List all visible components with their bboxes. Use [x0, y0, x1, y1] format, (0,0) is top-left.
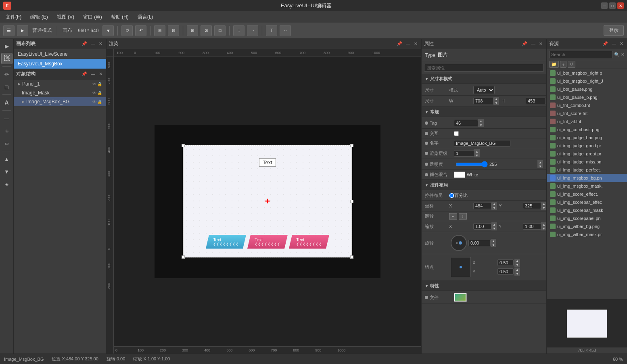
tool-layer-up[interactable]: ▲ [1, 153, 13, 165]
res-item-19[interactable]: ui_img_vitbar_bg.png [547, 222, 627, 230]
prop-coord-y-down[interactable]: ▼ [541, 206, 546, 210]
canvas-btn-blue[interactable]: Text ❮❮❮❮❮❮❮❮ [206, 235, 246, 249]
section-traits-header[interactable]: ▼ 特性 [422, 281, 546, 291]
prop-coord-x-input[interactable] [473, 203, 491, 209]
scene-panel-close[interactable]: ✕ [98, 41, 104, 47]
menu-language[interactable]: 语言(L) [134, 12, 157, 22]
prop-coord-y-up[interactable]: ▲ [541, 202, 546, 206]
res-item-3[interactable]: ui_btn_pause_p.png [547, 93, 627, 101]
props-minimize[interactable]: — [530, 41, 537, 47]
res-folder-btn[interactable]: 📁 [549, 61, 559, 68]
prop-coord-y-input[interactable] [523, 203, 541, 209]
res-item-1[interactable]: ui_btn_msgbox_right_J [547, 77, 627, 85]
eye-icon-0[interactable]: 👁 [92, 82, 96, 86]
close-button[interactable]: ✕ [617, 2, 624, 9]
tool-box[interactable]: ▭ [1, 138, 13, 149]
resources-minimize[interactable]: — [610, 41, 617, 47]
prop-scale-y-input[interactable] [523, 223, 541, 230]
obj-panel-minimize[interactable]: — [90, 71, 96, 77]
res-item-4[interactable]: ui_fnt_combo.fnt [547, 101, 627, 109]
props-close[interactable]: ✕ [538, 41, 544, 47]
res-item-9[interactable]: ui_img_judge_good.pr [547, 142, 627, 150]
anchor-widget[interactable] [451, 257, 471, 277]
scene-panel-minimize[interactable]: — [90, 41, 96, 47]
flip-h-btn[interactable]: ↔ [449, 213, 457, 220]
lock-icon-0[interactable]: 🔒 [97, 82, 102, 86]
props-search-input[interactable] [424, 64, 544, 72]
prop-layer-up[interactable]: ▲ [474, 149, 480, 153]
minimize-button[interactable]: ─ [601, 2, 608, 9]
res-item-12[interactable]: ui_img_judge_perfect. [547, 166, 627, 174]
obj-item-mask[interactable]: Image_Mask 👁 🔒 [14, 88, 106, 97]
res-item-13[interactable]: ui_img_msgbox_bg.pn [547, 174, 627, 182]
res-item-7[interactable]: ui_img_combostr.png [547, 126, 627, 134]
prop-file-swatch[interactable] [454, 293, 467, 302]
blend-color-swatch[interactable] [454, 172, 465, 178]
menu-help[interactable]: 帮助 (H) [107, 12, 133, 22]
prop-mode-select[interactable]: Auto [473, 86, 495, 94]
canvas-size-dropdown-btn[interactable]: ▼ [102, 25, 114, 36]
res-refresh-btn[interactable]: ↺ [568, 61, 575, 68]
scene-panel-pin[interactable]: 📌 [80, 41, 88, 47]
prop-rotate-input[interactable] [468, 240, 491, 246]
res-item-15[interactable]: ui_img_score_effect. [547, 190, 627, 198]
res-add-btn[interactable]: + [560, 61, 566, 68]
undo-btn[interactable]: ↶ [135, 25, 146, 36]
renderer-close[interactable]: ✕ [413, 41, 419, 47]
prop-w-up[interactable]: ▲ [493, 97, 499, 101]
flip-v-btn[interactable]: ↕ [459, 213, 467, 220]
obj-item-msgboxbg[interactable]: ▶ Image_MsgBox_BG 👁 🔒 [14, 97, 106, 106]
resources-close[interactable]: ✕ [619, 41, 625, 47]
prop-scale-x-input[interactable] [473, 223, 491, 230]
res-item-20[interactable]: ui_img_vitbar_mask.pr [547, 230, 627, 238]
menu-window[interactable]: 窗口 (W) [79, 12, 106, 22]
prop-scale-y-down[interactable]: ▼ [541, 226, 546, 230]
prop-w-down[interactable]: ▼ [493, 101, 499, 105]
prop-anchor-y-up[interactable]: ▲ [514, 268, 520, 272]
login-button[interactable]: 登录 [604, 25, 624, 36]
tool-brush[interactable]: ✏ [1, 69, 13, 80]
scene-item-0[interactable]: EasyLiveUI_LiveScene [14, 49, 106, 59]
props-pin[interactable]: 📌 [520, 41, 529, 47]
toolbar-menu-btn[interactable]: ☰ [3, 25, 15, 36]
tool-extra[interactable]: ◈ [1, 178, 13, 190]
prop-tag-down[interactable]: ▼ [478, 123, 484, 127]
rotation-widget[interactable]: 0 X [451, 235, 467, 251]
res-item-8[interactable]: ui_img_judge_bad.png [547, 134, 627, 142]
layout-btn-1[interactable]: ⊞ [187, 25, 198, 36]
text-btn[interactable]: T [266, 25, 277, 36]
res-item-5[interactable]: ui_fnt_score.fnt [547, 109, 627, 117]
canvas-area[interactable]: -100 0 100 200 300 400 500 600 700 800 9… [107, 49, 421, 354]
maximize-button[interactable]: □ [609, 2, 616, 9]
prop-coord-x-down[interactable]: ▼ [491, 206, 497, 210]
lock-icon-1[interactable]: 🔒 [97, 91, 102, 95]
resources-pin[interactable]: 📌 [601, 41, 609, 47]
canvas-btn-pink-1[interactable]: Text ❮❮❮❮❮❮❮❮ [247, 235, 288, 249]
tool-text[interactable]: A [1, 97, 13, 108]
prop-anchor-y-input[interactable] [497, 268, 514, 275]
section-common-header[interactable]: ▼ 常规 [422, 107, 546, 117]
layout-btn-3[interactable]: ⊡ [214, 25, 226, 36]
prop-opacity-slider[interactable] [456, 161, 488, 167]
res-item-18[interactable]: ui_img_scorepanel.pn [547, 214, 627, 222]
section-layout-header[interactable]: ▼ 控件布局 [422, 180, 546, 190]
canvas-viewport[interactable]: Text + Text ❮❮❮❮❮❮❮❮ Text ❮❮❮❮❮❮❮❮ [114, 56, 421, 346]
res-item-17[interactable]: ui_img_scorebar_mask [547, 206, 627, 214]
prop-rotate-up[interactable]: ▲ [491, 239, 496, 243]
res-item-0[interactable]: ui_btn_msgbox_right.p [547, 69, 627, 77]
prop-scale-x-down[interactable]: ▼ [491, 226, 497, 230]
layout-btn-2[interactable]: ⊠ [201, 25, 212, 36]
menu-view[interactable]: 视图 (V) [53, 12, 78, 22]
lock-icon-2[interactable]: 🔒 [97, 100, 102, 104]
tool-select[interactable]: ▶ [1, 40, 13, 52]
align-btn-2[interactable]: ⊟ [168, 25, 179, 36]
eye-icon-1[interactable]: 👁 [92, 91, 96, 95]
prop-name-input[interactable] [454, 140, 510, 146]
tool-line[interactable]: — [1, 113, 13, 124]
anchor-btn-2[interactable]: ↔ [247, 25, 258, 36]
prop-layout-radio[interactable] [449, 193, 454, 198]
prop-tag-up[interactable]: ▲ [478, 119, 484, 123]
prop-coord-x-up[interactable]: ▲ [491, 202, 497, 206]
prop-interact-checkbox[interactable] [454, 131, 459, 136]
prop-layer-down[interactable]: ▼ [474, 153, 480, 157]
